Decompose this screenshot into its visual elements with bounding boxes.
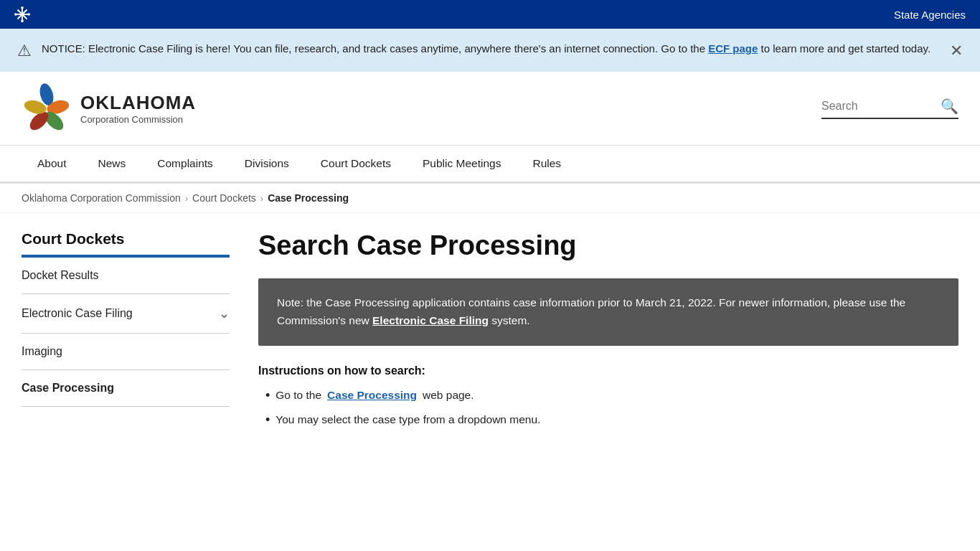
info-box-text-after: system. bbox=[489, 314, 530, 326]
breadcrumb-current: Case Processing bbox=[268, 192, 349, 204]
nav-item-complaints[interactable]: Complaints bbox=[141, 146, 229, 182]
page-title: Search Case Processing bbox=[258, 230, 958, 261]
ecf-page-link[interactable]: ECF page bbox=[708, 42, 758, 55]
state-agencies-link[interactable]: State Agencies bbox=[894, 9, 966, 21]
content-area: Court Dockets Docket Results Electronic … bbox=[0, 213, 980, 455]
info-box: Note: the Case Processing application co… bbox=[258, 278, 958, 346]
search-input[interactable] bbox=[821, 100, 936, 113]
notice-text-after: to learn more and get started today. bbox=[758, 42, 930, 55]
site-header: OKLAHOMA Corporation Commission 🔍 bbox=[0, 72, 980, 146]
svg-point-7 bbox=[14, 13, 17, 16]
info-box-text-before: Note: the Case Processing application co… bbox=[277, 296, 905, 326]
logo-sub-text: Corporation Commission bbox=[80, 114, 196, 125]
search-area: 🔍 bbox=[821, 98, 958, 119]
nav-item-about[interactable]: About bbox=[22, 146, 83, 182]
nav-item-rules[interactable]: Rules bbox=[517, 146, 577, 182]
breadcrumb-sep-2: › bbox=[260, 193, 263, 204]
nav-item-divisions[interactable]: Divisions bbox=[229, 146, 305, 182]
notice-warning-icon: ⚠ bbox=[17, 42, 32, 60]
notice-text: NOTICE: Electronic Case Filing is here! … bbox=[42, 40, 940, 57]
breadcrumb-home[interactable]: Oklahoma Corporation Commission bbox=[22, 192, 181, 204]
sidebar-item-case-processing[interactable]: Case Processing bbox=[22, 370, 230, 407]
nav-item-court-dockets[interactable]: Court Dockets bbox=[305, 146, 407, 182]
sidebar-item-imaging[interactable]: Imaging bbox=[22, 334, 230, 370]
instruction-item-1: Go to the Case Processing web page. bbox=[265, 389, 958, 403]
ecf-link-in-box[interactable]: Electronic Case Filing bbox=[372, 314, 489, 326]
instruction-1-before: Go to the bbox=[275, 389, 321, 402]
logo-text: OKLAHOMA Corporation Commission bbox=[80, 92, 196, 125]
sidebar: Court Dockets Docket Results Electronic … bbox=[22, 230, 230, 438]
instruction-2-text: You may select the case type from a drop… bbox=[275, 413, 540, 426]
nav-item-news[interactable]: News bbox=[83, 146, 142, 182]
sidebar-item-ecf[interactable]: Electronic Case Filing ⌄ bbox=[22, 294, 230, 334]
notice-close-button[interactable]: ✕ bbox=[950, 42, 963, 60]
case-processing-link[interactable]: Case Processing bbox=[327, 389, 417, 402]
sidebar-item-ecf-label: Electronic Case Filing bbox=[22, 307, 133, 320]
main-content: Search Case Processing Note: the Case Pr… bbox=[258, 230, 958, 438]
svg-point-6 bbox=[21, 19, 24, 22]
sidebar-item-imaging-label: Imaging bbox=[22, 345, 62, 358]
occ-logo-icon bbox=[22, 83, 72, 133]
breadcrumb: Oklahoma Corporation Commission › Court … bbox=[0, 184, 980, 213]
notice-banner: ⚠ NOTICE: Electronic Case Filing is here… bbox=[0, 29, 980, 72]
sidebar-title: Court Dockets bbox=[22, 230, 230, 258]
main-nav: About News Complaints Divisions Court Do… bbox=[0, 146, 980, 184]
instruction-1-after: web page. bbox=[423, 389, 474, 402]
top-bar: State Agencies bbox=[0, 0, 980, 29]
breadcrumb-court-dockets[interactable]: Court Dockets bbox=[192, 192, 256, 204]
nav-item-public-meetings[interactable]: Public Meetings bbox=[407, 146, 517, 182]
instruction-list: Go to the Case Processing web page. You … bbox=[258, 389, 958, 428]
top-bar-logo bbox=[14, 6, 30, 22]
logo-oklahoma-text: OKLAHOMA bbox=[80, 92, 196, 114]
sidebar-item-docket-results-label: Docket Results bbox=[22, 269, 99, 282]
logo-area: OKLAHOMA Corporation Commission bbox=[22, 83, 196, 133]
instructions-title: Instructions on how to search: bbox=[258, 364, 958, 377]
sidebar-item-docket-results[interactable]: Docket Results bbox=[22, 258, 230, 294]
notice-text-before: NOTICE: Electronic Case Filing is here! … bbox=[42, 42, 708, 55]
state-logo-icon bbox=[14, 6, 30, 22]
svg-point-5 bbox=[21, 6, 24, 9]
instruction-item-2: You may select the case type from a drop… bbox=[265, 413, 958, 428]
breadcrumb-sep-1: › bbox=[185, 193, 188, 204]
sidebar-item-case-processing-label: Case Processing bbox=[22, 382, 114, 395]
search-button[interactable]: 🔍 bbox=[941, 98, 958, 115]
expand-icon: ⌄ bbox=[219, 306, 230, 321]
svg-point-8 bbox=[27, 13, 30, 16]
